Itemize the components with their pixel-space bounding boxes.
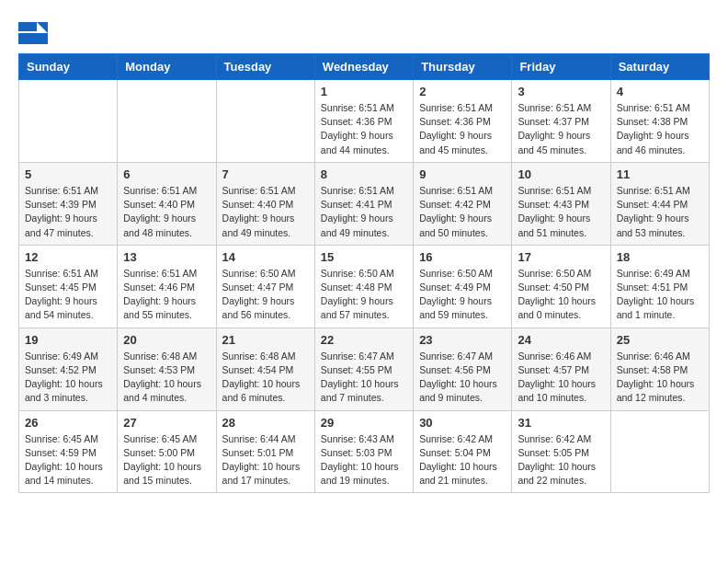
calendar-cell: 31Sunrise: 6:42 AMSunset: 5:05 PMDayligh… <box>512 410 610 493</box>
day-info: Sunrise: 6:51 AMSunset: 4:41 PMDaylight:… <box>321 184 407 240</box>
day-number: 16 <box>419 250 506 264</box>
header-cell: Thursday <box>414 54 512 80</box>
day-info: Sunrise: 6:51 AMSunset: 4:36 PMDaylight:… <box>321 101 407 157</box>
day-number: 18 <box>617 250 703 264</box>
day-number: 12 <box>25 250 111 264</box>
header-cell: Tuesday <box>216 54 314 80</box>
calendar-week-row: 5Sunrise: 6:51 AMSunset: 4:39 PMDaylight… <box>19 162 710 245</box>
day-number: 20 <box>123 333 210 347</box>
header-cell: Friday <box>512 54 610 80</box>
day-number: 22 <box>321 333 407 347</box>
calendar-cell: 7Sunrise: 6:51 AMSunset: 4:40 PMDaylight… <box>216 162 314 245</box>
day-info: Sunrise: 6:44 AMSunset: 5:01 PMDaylight:… <box>222 432 309 488</box>
calendar-week-row: 19Sunrise: 6:49 AMSunset: 4:52 PMDayligh… <box>19 327 710 410</box>
day-number: 25 <box>617 333 703 347</box>
day-number: 7 <box>222 167 309 181</box>
day-info: Sunrise: 6:51 AMSunset: 4:46 PMDaylight:… <box>123 267 210 323</box>
calendar-table: SundayMondayTuesdayWednesdayThursdayFrid… <box>18 53 710 493</box>
calendar-header: SundayMondayTuesdayWednesdayThursdayFrid… <box>19 54 710 80</box>
calendar-body: 1Sunrise: 6:51 AMSunset: 4:36 PMDaylight… <box>19 80 710 493</box>
day-number: 30 <box>419 416 506 430</box>
calendar-cell: 18Sunrise: 6:49 AMSunset: 4:51 PMDayligh… <box>610 245 709 327</box>
calendar-cell: 8Sunrise: 6:51 AMSunset: 4:41 PMDaylight… <box>314 162 413 245</box>
day-number: 11 <box>617 167 703 181</box>
day-info: Sunrise: 6:51 AMSunset: 4:45 PMDaylight:… <box>25 267 111 323</box>
calendar-cell: 4Sunrise: 6:51 AMSunset: 4:38 PMDaylight… <box>610 80 709 163</box>
header-cell: Saturday <box>610 54 709 80</box>
day-info: Sunrise: 6:51 AMSunset: 4:44 PMDaylight:… <box>617 184 703 240</box>
day-number: 6 <box>123 167 210 181</box>
calendar-cell: 9Sunrise: 6:51 AMSunset: 4:42 PMDaylight… <box>414 162 512 245</box>
header-cell: Monday <box>118 54 216 80</box>
day-number: 24 <box>518 333 604 347</box>
day-number: 26 <box>25 416 111 430</box>
day-number: 27 <box>123 416 210 430</box>
day-number: 31 <box>518 416 604 430</box>
calendar-cell: 12Sunrise: 6:51 AMSunset: 4:45 PMDayligh… <box>19 245 118 327</box>
calendar-cell: 10Sunrise: 6:51 AMSunset: 4:43 PMDayligh… <box>512 162 610 245</box>
calendar-cell <box>216 80 314 163</box>
day-info: Sunrise: 6:51 AMSunset: 4:42 PMDaylight:… <box>419 184 506 240</box>
day-info: Sunrise: 6:47 AMSunset: 4:56 PMDaylight:… <box>419 350 506 406</box>
day-number: 9 <box>419 167 506 181</box>
day-number: 3 <box>518 85 604 98</box>
calendar-cell: 28Sunrise: 6:44 AMSunset: 5:01 PMDayligh… <box>216 410 314 493</box>
day-number: 17 <box>518 250 604 264</box>
calendar-cell: 15Sunrise: 6:50 AMSunset: 4:48 PMDayligh… <box>314 245 413 327</box>
day-info: Sunrise: 6:50 AMSunset: 4:48 PMDaylight:… <box>321 267 407 323</box>
calendar-week-row: 12Sunrise: 6:51 AMSunset: 4:45 PMDayligh… <box>19 245 710 327</box>
day-info: Sunrise: 6:48 AMSunset: 4:53 PMDaylight:… <box>123 350 210 406</box>
day-number: 5 <box>25 167 111 181</box>
calendar-cell: 25Sunrise: 6:46 AMSunset: 4:58 PMDayligh… <box>610 327 709 410</box>
calendar-cell <box>610 410 709 493</box>
calendar-cell: 11Sunrise: 6:51 AMSunset: 4:44 PMDayligh… <box>610 162 709 245</box>
calendar-cell: 5Sunrise: 6:51 AMSunset: 4:39 PMDaylight… <box>19 162 118 245</box>
calendar-cell: 6Sunrise: 6:51 AMSunset: 4:40 PMDaylight… <box>118 162 216 245</box>
day-info: Sunrise: 6:50 AMSunset: 4:47 PMDaylight:… <box>222 267 309 323</box>
day-number: 23 <box>419 333 506 347</box>
day-info: Sunrise: 6:50 AMSunset: 4:50 PMDaylight:… <box>518 267 604 323</box>
calendar-cell: 30Sunrise: 6:42 AMSunset: 5:04 PMDayligh… <box>414 410 512 493</box>
day-info: Sunrise: 6:45 AMSunset: 4:59 PMDaylight:… <box>25 432 111 488</box>
calendar-cell: 27Sunrise: 6:45 AMSunset: 5:00 PMDayligh… <box>118 410 216 493</box>
calendar-cell: 21Sunrise: 6:48 AMSunset: 4:54 PMDayligh… <box>216 327 314 410</box>
day-number: 4 <box>617 85 703 98</box>
header-cell: Sunday <box>19 54 118 80</box>
logo <box>18 18 51 44</box>
day-info: Sunrise: 6:45 AMSunset: 5:00 PMDaylight:… <box>123 432 210 488</box>
calendar-cell: 26Sunrise: 6:45 AMSunset: 4:59 PMDayligh… <box>19 410 118 493</box>
day-info: Sunrise: 6:51 AMSunset: 4:43 PMDaylight:… <box>518 184 604 240</box>
day-number: 14 <box>222 250 309 264</box>
calendar-cell: 13Sunrise: 6:51 AMSunset: 4:46 PMDayligh… <box>118 245 216 327</box>
day-number: 21 <box>222 333 309 347</box>
day-info: Sunrise: 6:49 AMSunset: 4:51 PMDaylight:… <box>617 267 703 323</box>
calendar-cell: 3Sunrise: 6:51 AMSunset: 4:37 PMDaylight… <box>512 80 610 163</box>
calendar-cell: 1Sunrise: 6:51 AMSunset: 4:36 PMDaylight… <box>314 80 413 163</box>
day-info: Sunrise: 6:51 AMSunset: 4:40 PMDaylight:… <box>222 184 309 240</box>
day-info: Sunrise: 6:46 AMSunset: 4:58 PMDaylight:… <box>617 350 703 406</box>
calendar-cell <box>118 80 216 163</box>
page-header <box>18 18 710 44</box>
day-number: 2 <box>419 85 506 98</box>
day-number: 1 <box>321 85 407 98</box>
day-number: 29 <box>321 416 407 430</box>
day-number: 8 <box>321 167 407 181</box>
day-info: Sunrise: 6:47 AMSunset: 4:55 PMDaylight:… <box>321 350 407 406</box>
day-info: Sunrise: 6:50 AMSunset: 4:49 PMDaylight:… <box>419 267 506 323</box>
calendar-cell: 29Sunrise: 6:43 AMSunset: 5:03 PMDayligh… <box>314 410 413 493</box>
calendar-week-row: 1Sunrise: 6:51 AMSunset: 4:36 PMDaylight… <box>19 80 710 163</box>
calendar-cell: 17Sunrise: 6:50 AMSunset: 4:50 PMDayligh… <box>512 245 610 327</box>
day-number: 19 <box>25 333 111 347</box>
day-info: Sunrise: 6:51 AMSunset: 4:39 PMDaylight:… <box>25 184 111 240</box>
day-info: Sunrise: 6:42 AMSunset: 5:04 PMDaylight:… <box>419 432 506 488</box>
logo-icon <box>18 18 48 44</box>
calendar-cell: 23Sunrise: 6:47 AMSunset: 4:56 PMDayligh… <box>414 327 512 410</box>
day-info: Sunrise: 6:42 AMSunset: 5:05 PMDaylight:… <box>518 432 604 488</box>
day-info: Sunrise: 6:48 AMSunset: 4:54 PMDaylight:… <box>222 350 309 406</box>
day-info: Sunrise: 6:51 AMSunset: 4:37 PMDaylight:… <box>518 101 604 157</box>
day-info: Sunrise: 6:51 AMSunset: 4:40 PMDaylight:… <box>123 184 210 240</box>
svg-rect-3 <box>18 33 48 44</box>
day-info: Sunrise: 6:49 AMSunset: 4:52 PMDaylight:… <box>25 350 111 406</box>
day-number: 28 <box>222 416 309 430</box>
calendar-cell: 2Sunrise: 6:51 AMSunset: 4:36 PMDaylight… <box>414 80 512 163</box>
